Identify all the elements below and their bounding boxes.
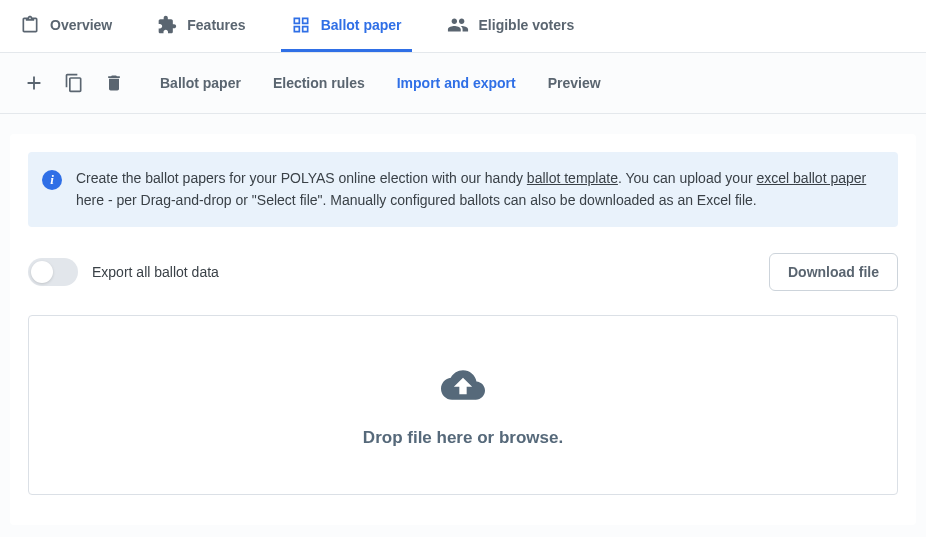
clipboard-icon — [20, 15, 40, 35]
tab-label: Ballot paper — [321, 17, 402, 33]
dropzone-label: Drop file here or browse. — [363, 428, 563, 448]
content-area: i Create the ballot papers for your POLY… — [0, 114, 926, 537]
tab-label: Overview — [50, 17, 112, 33]
action-icons — [14, 57, 134, 109]
ballot-template-link[interactable]: ballot template — [527, 170, 618, 186]
tab-label: Features — [187, 17, 245, 33]
file-dropzone[interactable]: Drop file here or browse. — [28, 315, 898, 495]
download-file-button[interactable]: Download file — [769, 253, 898, 291]
info-banner: i Create the ballot papers for your POLY… — [28, 152, 898, 227]
export-toggle[interactable] — [28, 258, 78, 286]
tab-label: Eligible voters — [479, 17, 575, 33]
excel-ballot-link[interactable]: excel ballot paper — [756, 170, 866, 186]
subtab-preview[interactable]: Preview — [542, 53, 607, 113]
main-tabs: Overview Features Ballot paper Eligible … — [0, 0, 926, 53]
ballot-icon — [291, 15, 311, 35]
trash-icon — [104, 73, 124, 93]
tab-overview[interactable]: Overview — [10, 1, 122, 52]
info-seg3: here - per Drag-and-drop or "Select file… — [76, 192, 757, 208]
plus-icon — [23, 72, 45, 94]
delete-button[interactable] — [98, 67, 130, 99]
copy-button[interactable] — [58, 67, 90, 99]
import-export-card: i Create the ballot papers for your POLY… — [10, 134, 916, 525]
tab-ballot-paper[interactable]: Ballot paper — [281, 1, 412, 52]
add-button[interactable] — [18, 67, 50, 99]
cloud-upload-icon — [433, 363, 493, 410]
puzzle-icon — [157, 15, 177, 35]
tab-features[interactable]: Features — [147, 1, 255, 52]
info-text: Create the ballot papers for your POLYAS… — [76, 168, 882, 211]
subtab-import-export[interactable]: Import and export — [391, 53, 522, 113]
info-icon: i — [42, 170, 62, 190]
info-seg2: . You can upload your — [618, 170, 757, 186]
info-seg1: Create the ballot papers for your POLYAS… — [76, 170, 527, 186]
subtab-election-rules[interactable]: Election rules — [267, 53, 371, 113]
sub-tabs: Ballot paper Election rules Import and e… — [154, 53, 607, 113]
export-toggle-label: Export all ballot data — [92, 264, 219, 280]
subtab-ballot-paper[interactable]: Ballot paper — [154, 53, 247, 113]
sub-toolbar: Ballot paper Election rules Import and e… — [0, 53, 926, 114]
controls-row: Export all ballot data Download file — [28, 253, 898, 291]
people-icon — [447, 14, 469, 36]
tab-eligible-voters[interactable]: Eligible voters — [437, 0, 585, 53]
copy-icon — [64, 73, 84, 93]
export-toggle-group: Export all ballot data — [28, 258, 219, 286]
